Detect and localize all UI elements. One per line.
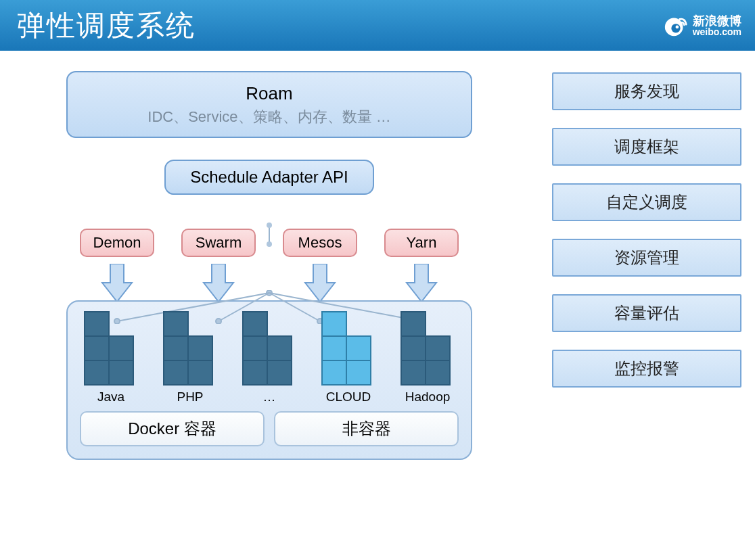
arrow-down-icon — [384, 264, 459, 302]
category-row: Docker 容器 非容器 — [80, 411, 459, 446]
arrow-down-icon — [80, 264, 154, 302]
blocks-icon — [84, 311, 138, 386]
sidebar: 服务发现 调度框架 自定义调度 资源管理 容量评估 监控报警 — [552, 71, 741, 460]
svg-point-1 — [671, 24, 680, 32]
brand-text: 新浪微博 weibo.com — [693, 15, 741, 37]
side-service-discovery: 服务发现 — [552, 72, 741, 110]
scheduler-yarn: Yarn — [384, 229, 459, 257]
blocks-icon — [163, 311, 217, 386]
brand-logo: 新浪微博 weibo.com — [663, 13, 741, 39]
blocks-icon — [242, 311, 296, 386]
roam-title: Roam — [74, 83, 464, 104]
cluster-php: PHP — [159, 311, 221, 404]
svg-point-2 — [675, 25, 679, 28]
side-schedule-framework: 调度框架 — [552, 128, 741, 166]
weibo-eye-icon — [663, 13, 689, 39]
cluster-label: CLOUD — [326, 390, 371, 404]
arrow-down-icon — [283, 264, 357, 302]
scheduler-swarm: Swarm — [181, 229, 256, 257]
category-docker: Docker 容器 — [80, 411, 265, 446]
side-capacity-eval: 容量评估 — [552, 294, 741, 332]
brand-cn: 新浪微博 — [693, 15, 741, 27]
cluster-more: … — [238, 311, 300, 404]
header: 弹性调度系统 新浪微博 weibo.com — [0, 0, 755, 51]
blocks-icon — [401, 311, 455, 386]
arrow-down-icon — [181, 264, 256, 302]
content: Roam IDC、Service、策略、内存、数量 … Schedule Ada… — [0, 51, 755, 473]
resources-panel: Java PHP … — [66, 300, 472, 460]
cluster-label: Hadoop — [405, 390, 451, 404]
side-custom-schedule: 自定义调度 — [552, 183, 741, 221]
cluster-label: … — [263, 390, 276, 404]
cluster-label: PHP — [177, 390, 203, 404]
side-resource-mgmt: 资源管理 — [552, 239, 741, 277]
cluster-java: Java — [80, 311, 142, 404]
connector-roam-adapter — [269, 225, 270, 244]
architecture-diagram: Roam IDC、Service、策略、内存、数量 … Schedule Ada… — [14, 71, 525, 460]
arrow-row — [14, 264, 525, 302]
brand-en: weibo.com — [693, 27, 741, 37]
scheduler-mesos: Mesos — [283, 229, 357, 257]
cluster-row: Java PHP … — [80, 311, 459, 404]
category-noncontainer: 非容器 — [274, 411, 459, 446]
blocks-icon — [321, 311, 375, 386]
cluster-label: Java — [97, 390, 124, 404]
cluster-hadoop: Hadoop — [396, 311, 459, 404]
page-title: 弹性调度系统 — [17, 7, 196, 45]
scheduler-demon: Demon — [80, 229, 154, 257]
roam-box: Roam IDC、Service、策略、内存、数量 … — [66, 71, 472, 138]
side-monitor-alarm: 监控报警 — [552, 350, 741, 388]
roam-subtitle: IDC、Service、策略、内存、数量 … — [74, 107, 464, 127]
adapter-box: Schedule Adapter API — [164, 160, 374, 195]
cluster-cloud: CLOUD — [317, 311, 380, 404]
